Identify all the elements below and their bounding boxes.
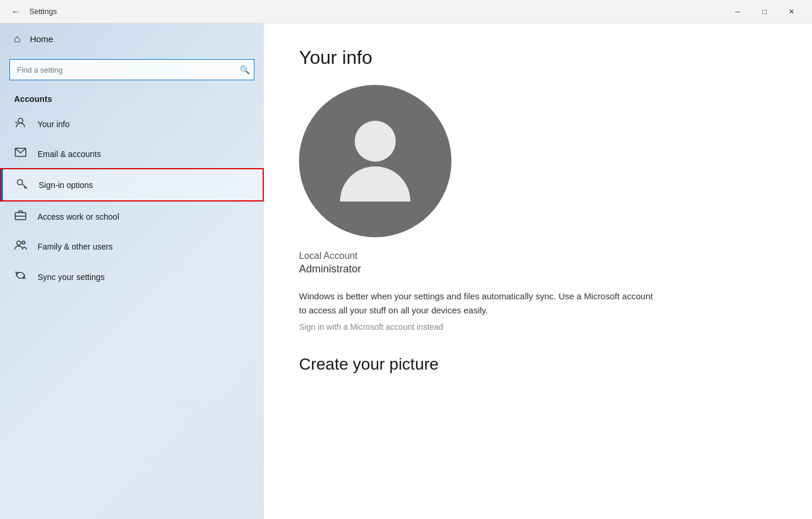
svg-point-9 [17, 241, 21, 245]
main-layout: ⌂ Home 🔍 Accounts Your info [0, 23, 812, 519]
sidebar-item-label: Family & other users [38, 242, 113, 251]
sidebar-item-label: Sign-in options [39, 180, 93, 190]
sidebar-item-home[interactable]: ⌂ Home [0, 23, 264, 54]
back-button[interactable]: ← [7, 3, 25, 21]
sidebar-item-your-info[interactable]: Your info [0, 108, 264, 139]
microsoft-signin-link[interactable]: Sign in with a Microsoft account instead [299, 322, 777, 332]
svg-point-3 [18, 180, 23, 185]
titlebar: ← Settings ─ □ ✕ [0, 0, 812, 23]
content-area: Your info Local Account Administrator Wi… [264, 23, 812, 519]
account-role: Administrator [299, 263, 777, 275]
avatar [299, 85, 451, 237]
briefcase-icon [14, 210, 27, 223]
sidebar-item-label: Your info [38, 119, 70, 129]
sidebar-item-signin[interactable]: Sign-in options [0, 168, 264, 202]
sidebar-item-label: Access work or school [38, 212, 119, 221]
sidebar-item-family[interactable]: Family & other users [0, 231, 264, 261]
avatar-person-graphic [340, 121, 410, 202]
sidebar-item-work[interactable]: Access work or school [0, 202, 264, 231]
window-controls: ─ □ ✕ [724, 2, 805, 21]
avatar-body [340, 166, 410, 202]
maximize-button[interactable]: □ [751, 2, 778, 21]
sidebar-item-sync[interactable]: Sync your settings [0, 261, 264, 292]
account-name: Local Account [299, 249, 777, 263]
people-icon [14, 240, 27, 253]
picture-section-title: Create your picture [299, 355, 777, 374]
search-input[interactable] [9, 59, 254, 80]
app-title: Settings [29, 7, 724, 16]
sidebar-item-label: Email & accounts [38, 149, 101, 159]
avatar-section: Local Account Administrator [299, 85, 777, 275]
section-title: Accounts [0, 90, 264, 108]
avatar-head [355, 121, 396, 162]
sidebar-item-email[interactable]: Email & accounts [0, 139, 264, 168]
sidebar: ⌂ Home 🔍 Accounts Your info [0, 23, 264, 519]
sidebar-item-label: Sync your settings [38, 272, 104, 282]
sync-icon [14, 269, 27, 284]
description-text: Windows is better when your settings and… [299, 289, 662, 317]
page-title: Your info [299, 47, 777, 69]
person-icon [14, 117, 27, 131]
svg-point-10 [22, 241, 25, 244]
search-icon[interactable]: 🔍 [240, 65, 250, 74]
svg-point-0 [18, 118, 23, 123]
minimize-button[interactable]: ─ [724, 2, 751, 21]
close-button[interactable]: ✕ [778, 2, 805, 21]
key-icon [15, 177, 28, 192]
home-label: Home [30, 34, 53, 44]
email-icon [14, 148, 27, 160]
home-icon: ⌂ [14, 33, 21, 45]
search-box: 🔍 [9, 59, 254, 80]
